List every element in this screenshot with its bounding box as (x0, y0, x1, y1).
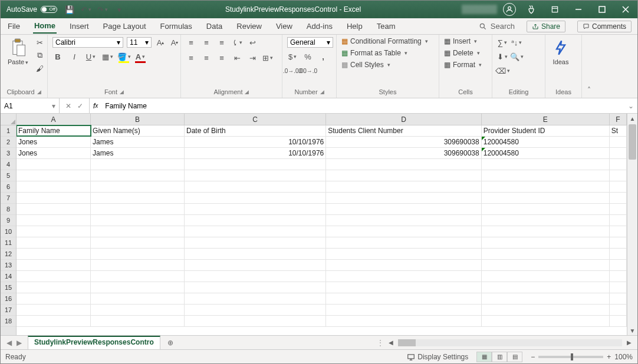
cell[interactable] (610, 170, 627, 181)
cell[interactable] (185, 159, 326, 170)
conditional-formatting-button[interactable]: ▦Conditional Formatting (341, 37, 428, 45)
cell[interactable] (185, 271, 326, 282)
clipboard-dialog-icon[interactable]: ◢ (37, 89, 41, 95)
cell[interactable] (91, 181, 185, 192)
cell[interactable] (17, 249, 91, 259)
format-as-table-button[interactable]: ▦Format as Table (341, 49, 407, 57)
cell[interactable] (482, 282, 610, 293)
tab-team[interactable]: Team (376, 19, 397, 33)
cell[interactable] (185, 193, 326, 203)
font-color-icon[interactable]: A (135, 51, 146, 62)
cell[interactable] (482, 159, 610, 170)
cell[interactable] (17, 215, 91, 226)
row-header[interactable]: 1 (1, 125, 16, 137)
zoom-level[interactable]: 100% (614, 353, 633, 361)
cell[interactable] (17, 305, 91, 315)
zoom-out-button[interactable]: − (531, 353, 535, 361)
cell[interactable]: 309690038 (326, 148, 481, 158)
cell[interactable] (91, 305, 185, 315)
cell[interactable] (326, 204, 481, 214)
cell[interactable] (91, 215, 185, 226)
cell[interactable] (610, 193, 627, 203)
cell[interactable] (482, 181, 610, 192)
clear-icon[interactable]: ⌫ (497, 65, 508, 76)
fill-color-icon[interactable]: 🪣 (119, 51, 129, 62)
cell[interactable] (91, 249, 185, 259)
cell[interactable] (326, 237, 481, 248)
save-icon[interactable]: 💾 (64, 4, 75, 15)
cell[interactable] (17, 204, 91, 214)
tab-page-layout[interactable]: Page Layout (102, 19, 147, 33)
cell[interactable] (610, 249, 627, 259)
cell[interactable]: James (91, 148, 185, 158)
wrap-text-icon[interactable]: ↩ (247, 37, 258, 48)
row-header[interactable]: 4 (1, 159, 16, 170)
cell[interactable] (326, 305, 481, 315)
row-header[interactable]: 9 (1, 215, 16, 226)
cell[interactable] (17, 293, 91, 304)
cell[interactable] (185, 305, 326, 315)
zoom-slider[interactable] (538, 356, 603, 358)
qat-customize-icon[interactable]: ▾ (114, 4, 124, 15)
cell[interactable] (17, 282, 91, 293)
cell[interactable] (482, 170, 610, 181)
row-header[interactable]: 5 (1, 170, 16, 181)
maximize-button[interactable] (590, 1, 614, 18)
page-layout-view-button[interactable]: ▥ (492, 352, 507, 362)
cell[interactable]: 309690038 (326, 137, 481, 147)
align-middle-icon[interactable]: ≡ (201, 37, 212, 48)
scroll-thumb[interactable] (629, 124, 636, 160)
expand-formula-bar-icon[interactable]: ⌄ (624, 98, 637, 113)
cell[interactable] (91, 260, 185, 270)
cell[interactable]: Students Client Number (326, 125, 481, 136)
cell[interactable] (185, 181, 326, 192)
cell[interactable] (610, 137, 627, 147)
tab-add-ins[interactable]: Add-ins (305, 19, 334, 33)
decrease-indent-icon[interactable]: ⇤ (232, 52, 242, 63)
vertical-scrollbar[interactable]: ▲ ▼ (627, 114, 637, 335)
decrease-font-icon[interactable]: A▾ (169, 37, 180, 48)
tab-insert[interactable]: Insert (68, 19, 90, 33)
autosum-icon[interactable]: ∑ (497, 37, 508, 48)
cell[interactable] (326, 226, 481, 237)
cell[interactable] (610, 215, 627, 226)
tab-review[interactable]: Review (235, 19, 263, 33)
cell[interactable] (610, 316, 627, 326)
hscroll-right-icon[interactable]: ▶ (624, 339, 634, 346)
merge-icon[interactable]: ⊞ (262, 52, 273, 63)
cell[interactable] (482, 215, 610, 226)
row-header[interactable]: 6 (1, 181, 16, 193)
italic-icon[interactable]: I (69, 51, 80, 62)
cell[interactable] (185, 293, 326, 304)
cell[interactable] (610, 204, 627, 214)
horizontal-scrollbar[interactable] (398, 339, 622, 346)
cell[interactable] (185, 226, 326, 237)
cell[interactable] (610, 181, 627, 192)
cell[interactable] (17, 316, 91, 326)
search-box[interactable]: Search (479, 22, 515, 31)
cell[interactable] (17, 226, 91, 237)
paste-button[interactable]: Paste (5, 37, 31, 67)
increase-decimal-icon[interactable]: .0→.00 (287, 65, 298, 76)
cell[interactable]: Jones (17, 148, 91, 158)
autosave-toggle[interactable]: Off (41, 6, 57, 13)
row-header[interactable]: 10 (1, 226, 16, 237)
percent-format-icon[interactable]: % (302, 51, 313, 62)
format-painter-icon[interactable]: 🖌 (34, 63, 45, 74)
cell[interactable] (326, 282, 481, 293)
comma-format-icon[interactable]: , (318, 51, 328, 62)
fill-icon[interactable]: ⬇ (497, 51, 508, 62)
cell[interactable] (482, 316, 610, 326)
hscroll-handle-icon[interactable]: ⋮ (377, 339, 384, 347)
row-header[interactable]: 11 (1, 237, 16, 249)
border-icon[interactable]: ▦ (102, 51, 113, 62)
cell[interactable] (326, 293, 481, 304)
cell[interactable] (610, 226, 627, 237)
cell[interactable] (91, 282, 185, 293)
column-header-C[interactable]: C (185, 114, 326, 125)
cell[interactable] (185, 249, 326, 259)
cell[interactable] (326, 316, 481, 326)
cell[interactable] (17, 271, 91, 282)
share-button[interactable]: Share (527, 21, 565, 32)
cell[interactable] (91, 159, 185, 170)
